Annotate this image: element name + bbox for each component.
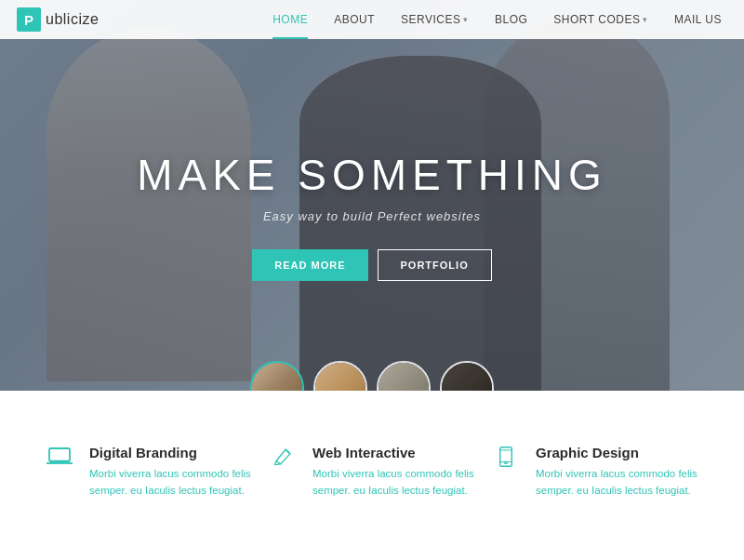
logo-icon: P [17,7,41,32]
service-graphic-design: Graphic Design Morbi viverra lacus commo… [484,445,707,500]
service-web-interactive: Web Interactive Morbi viverra lacus comm… [260,445,484,500]
logo[interactable]: P ublicize [0,7,99,32]
thumbnail-3[interactable] [377,361,431,391]
services-section: Digital Branding Morbi viverra lacus com… [0,419,744,518]
thumbnail-1-image [252,363,302,391]
nav-links: HOME ABOUT SERVICES ▾ BLOG SHORT CODES ▾… [259,0,744,39]
thumbnail-3-image [379,363,429,391]
laptop-icon [46,445,76,500]
digital-branding-title: Digital Branding [89,445,251,460]
service-digital-branding: Digital Branding Morbi viverra lacus com… [37,445,260,500]
thumbnail-1[interactable] [250,361,304,391]
digital-branding-text: Morbi viverra lacus commodo felis semper… [89,466,251,500]
chevron-down-icon: ▾ [643,15,648,24]
thumbnail-4[interactable] [440,361,494,391]
hero-section: MAKE SOMETHING Easy way to build Perfect… [0,0,744,391]
graphic-design-title: Graphic Design [536,445,698,460]
nav-item-short-codes[interactable]: SHORT CODES ▾ [540,0,661,39]
web-interactive-title: Web Interactive [312,445,474,460]
hero-buttons: READ MORE PORTFOLIO [252,249,491,281]
nav-item-home[interactable]: HOME [259,0,321,39]
digital-branding-body: Digital Branding Morbi viverra lacus com… [89,445,251,500]
svg-rect-0 [49,448,70,461]
mobile-icon [493,445,523,500]
nav-item-about[interactable]: ABOUT [321,0,388,39]
nav-item-services[interactable]: SERVICES ▾ [388,0,482,39]
web-interactive-body: Web Interactive Morbi viverra lacus comm… [312,445,474,500]
graphic-design-text: Morbi viverra lacus commodo felis semper… [536,466,698,500]
hero-subtitle: Easy way to build Perfect websites [263,209,481,223]
portfolio-button[interactable]: PORTFOLIO [378,249,492,281]
nav-item-blog[interactable]: BLOG [482,0,540,39]
thumbnail-2-image [315,363,365,391]
svg-line-6 [274,464,280,465]
read-more-button[interactable]: READ MORE [252,249,367,281]
pencil-icon [270,445,299,500]
thumbnail-strip [250,361,494,391]
graphic-design-body: Graphic Design Morbi viverra lacus commo… [536,445,698,500]
web-interactive-text: Morbi viverra lacus commodo felis semper… [312,466,474,500]
thumbnail-2[interactable] [313,361,367,391]
nav-item-mail-us[interactable]: MAIL US [661,0,735,39]
hero-content: MAKE SOMETHING Easy way to build Perfect… [0,0,744,391]
chevron-down-icon: ▾ [463,15,469,24]
thumbnail-4-image [442,363,492,391]
hero-title: MAKE SOMETHING [137,150,607,200]
logo-text: ublicize [46,11,99,28]
navbar: P ublicize HOME ABOUT SERVICES ▾ BLOG SH… [0,0,744,39]
